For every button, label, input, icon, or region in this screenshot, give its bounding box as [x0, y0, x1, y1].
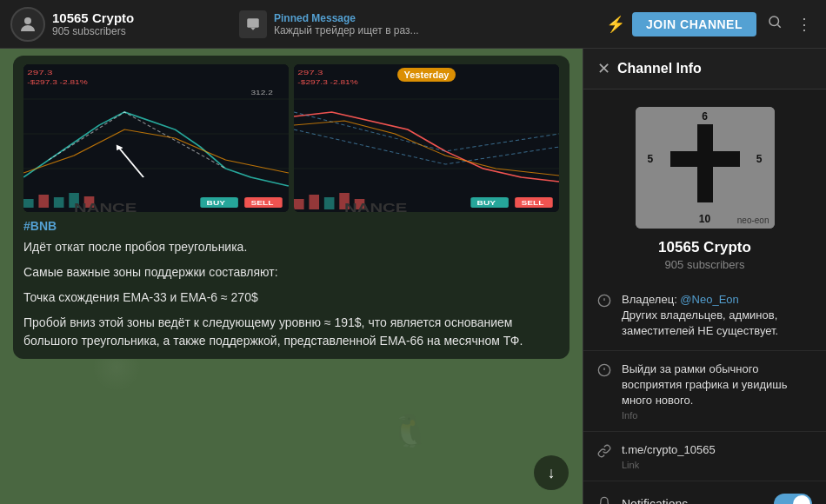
msg-line-3: Точка схождения EMA-33 и EMA-6 ≈ 270$ — [23, 288, 559, 307]
svg-rect-1 — [247, 18, 259, 28]
info-channel-subs: 905 subscribers — [665, 258, 745, 271]
owner-content: Владелец: @Neo_Eon Других владельцев, ад… — [622, 292, 812, 340]
cross-num-right: 5 — [756, 153, 763, 165]
pinned-message[interactable]: Pinned Message Каждый трейдер ищет в раз… — [239, 10, 599, 38]
msg-line-2: Самые важные зоны поддержки составляют: — [23, 263, 559, 282]
channel-logo: 6 5 5 10 neo-eon — [636, 107, 775, 229]
svg-point-2 — [769, 17, 779, 26]
svg-rect-10 — [54, 197, 64, 208]
link-section: t.me/crypto_10565 Link — [583, 432, 826, 481]
svg-point-0 — [24, 17, 31, 24]
filter-icon[interactable]: ⚡ — [606, 15, 625, 34]
bnb-hashtag: #BNB — [23, 219, 559, 233]
svg-rect-22 — [294, 64, 559, 212]
svg-text:SELL: SELL — [250, 200, 274, 207]
main-header: 10565 Crypto 905 subscribers Pinned Mess… — [0, 0, 826, 49]
svg-text:312.2: 312.2 — [250, 90, 273, 96]
description-icon — [597, 363, 611, 381]
link-icon — [597, 444, 611, 461]
scroll-down-button[interactable]: ↓ — [534, 455, 569, 490]
yesterday-badge: Yesterday — [397, 68, 456, 82]
link-label: Link — [622, 460, 812, 470]
info-panel: ✕ Channel Info 6 5 5 10 neo-eon 10565 Cr… — [583, 49, 826, 504]
cross-num-top: 6 — [702, 110, 708, 123]
description-label: Info — [622, 410, 812, 421]
svg-text:NANCE: NANCE — [344, 201, 407, 212]
notifications-section: Notifications — [583, 481, 826, 504]
channel-name: 10565 Crypto — [52, 10, 232, 25]
owner-section: Владелец: @Neo_Eon Других владельцев, ад… — [583, 282, 826, 351]
toggle-knob — [793, 495, 810, 504]
chart-image-1: 312.2 297.3 -$297.3 -2.81% NANCE — [23, 64, 289, 212]
cross-horizontal — [670, 151, 740, 167]
chat-area: 🐸 👾 🐱 🐧 🌊 👑 — [0, 49, 583, 504]
chart-inner-1: 312.2 297.3 -$297.3 -2.81% NANCE — [23, 64, 289, 212]
svg-text:-$297.3  -2.81%: -$297.3 -2.81% — [297, 79, 358, 86]
svg-rect-28 — [324, 197, 335, 209]
pinned-icon — [239, 10, 267, 38]
link-content: t.me/crypto_10565 Link — [622, 442, 812, 470]
description-content: Выйди за рамки обычного восприятия графи… — [622, 361, 812, 421]
main-content: 🐸 👾 🐱 🐧 🌊 👑 — [0, 49, 826, 504]
pinned-label: Pinned Message — [274, 12, 419, 24]
owner-note: Других владельцев, админов, заместителей… — [622, 308, 778, 337]
description-section: Выйди за рамки обычного восприятия графи… — [583, 351, 826, 433]
svg-text:BUY: BUY — [207, 200, 226, 207]
info-icon — [597, 294, 611, 311]
msg-line-1: Идёт откат после пробоя треугольника. — [23, 238, 559, 256]
channel-avatar[interactable] — [10, 7, 45, 42]
cross-num-bottom: 10 — [699, 213, 710, 225]
notifications-label: Notifications — [622, 497, 763, 504]
svg-text:-$297.3  -2.81%: -$297.3 -2.81% — [27, 79, 88, 86]
neo-eon-label: neo-eon — [737, 216, 769, 225]
info-panel-header: ✕ Channel Info — [583, 49, 826, 90]
svg-rect-26 — [294, 199, 304, 209]
info-channel-name: 10565 Crypto — [658, 239, 751, 256]
channel-info: 10565 Crypto 905 subscribers — [52, 10, 232, 37]
more-options-button[interactable]: ⋮ — [793, 11, 816, 37]
info-sections: Владелец: @Neo_Eon Других владельцев, ад… — [583, 282, 826, 504]
header-actions: ⚡ JOIN CHANNEL ⋮ — [606, 10, 816, 37]
svg-text:BUY: BUY — [477, 200, 496, 207]
description-text: Выйди за рамки обычного восприятия графи… — [622, 361, 812, 409]
info-panel-title: Channel Info — [617, 61, 812, 76]
chart-row: 312.2 297.3 -$297.3 -2.81% NANCE — [23, 64, 559, 212]
close-info-button[interactable]: ✕ — [597, 59, 610, 78]
chart-image-2: 297.3 -$297.3 -2.81% NANCE BUY SELL — [294, 64, 559, 212]
owner-text: Владелец: @Neo_Eon Других владельцев, ад… — [622, 292, 812, 340]
notifications-toggle[interactable] — [774, 494, 812, 504]
svg-text:NANCE: NANCE — [74, 201, 137, 212]
owner-label: Владелец: — [622, 293, 680, 306]
message-text: Идёт откат после пробоя треугольника. Са… — [23, 238, 559, 350]
info-avatar-section: 6 5 5 10 neo-eon 10565 Crypto 905 subscr… — [583, 90, 826, 282]
svg-text:297.3: 297.3 — [297, 69, 323, 76]
join-channel-button[interactable]: JOIN CHANNEL — [632, 12, 756, 36]
subscriber-count: 905 subscribers — [52, 25, 232, 37]
message-wrapper: 312.2 297.3 -$297.3 -2.81% NANCE — [7, 56, 576, 359]
chat-scroll[interactable]: 312.2 297.3 -$297.3 -2.81% NANCE — [0, 49, 583, 504]
channel-link[interactable]: t.me/crypto_10565 — [622, 442, 812, 458]
pinned-preview: Каждый трейдер ищет в раз... — [274, 24, 419, 36]
msg-line-4: Пробой вниз этой зоны ведёт к следующему… — [23, 314, 559, 350]
owner-link[interactable]: @Neo_Eon — [680, 293, 738, 306]
cross-num-left: 5 — [648, 153, 654, 165]
chart-inner-2: 297.3 -$297.3 -2.81% NANCE BUY SELL — [294, 64, 559, 212]
svg-text:SELL: SELL — [521, 200, 544, 207]
pinned-text: Pinned Message Каждый трейдер ищет в раз… — [274, 12, 419, 36]
svg-rect-8 — [23, 199, 34, 208]
svg-rect-4 — [23, 64, 289, 212]
cross-logo: 6 5 5 10 neo-eon — [636, 107, 775, 229]
svg-text:297.3: 297.3 — [27, 69, 53, 76]
svg-rect-27 — [309, 195, 319, 209]
svg-line-3 — [777, 24, 780, 27]
bell-icon — [597, 496, 611, 504]
search-button[interactable] — [763, 10, 786, 37]
message-bubble: 312.2 297.3 -$297.3 -2.81% NANCE — [13, 56, 570, 359]
svg-rect-9 — [38, 195, 49, 208]
